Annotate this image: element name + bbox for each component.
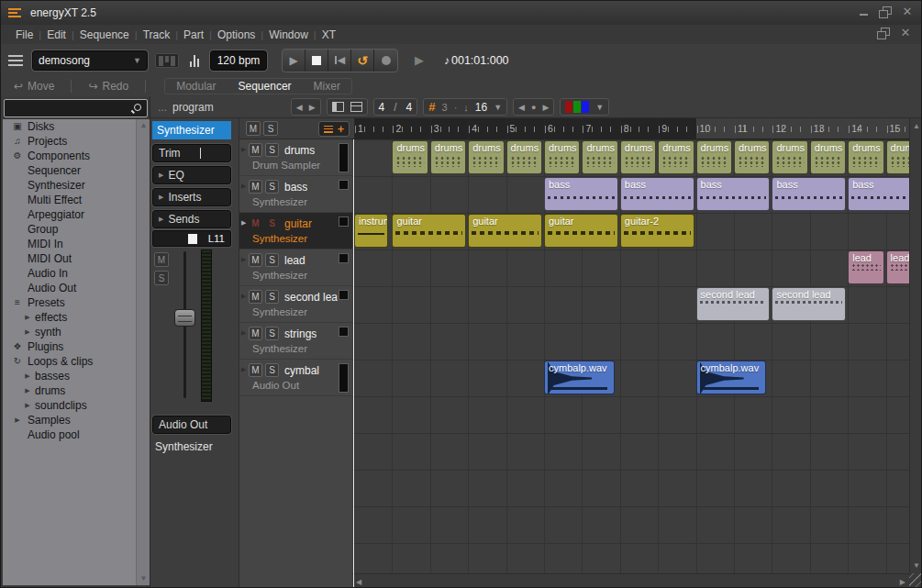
menu-item-file[interactable]: File (10, 28, 39, 41)
clip-drums[interactable]: drums (430, 140, 466, 174)
tree-item-disks[interactable]: ▣Disks (3, 119, 149, 134)
scroll-down-icon[interactable]: ▼ (913, 561, 920, 570)
playhead[interactable] (353, 139, 354, 588)
clip-drums[interactable]: drums (468, 140, 504, 174)
pan-control[interactable]: L11 (152, 230, 231, 247)
output-routing-button[interactable]: Audio Out (152, 416, 231, 434)
tab-modular[interactable]: Modular (165, 80, 227, 93)
tree-item-group[interactable]: Group (3, 222, 149, 237)
menu-item-options[interactable]: Options (212, 28, 261, 41)
clip-drums[interactable]: drums (658, 140, 694, 174)
vertical-scrollbar[interactable]: ▲ ▼ (909, 118, 922, 573)
grid-dot[interactable]: · (454, 102, 458, 113)
expand-arrow-icon[interactable]: ▶ (241, 329, 246, 337)
add-track-button[interactable]: + (318, 121, 350, 137)
tree-item-soundclips[interactable]: ▶soundclips (3, 398, 149, 413)
timeline-ruler[interactable]: 12345678910111213141516 (352, 118, 922, 139)
play-button[interactable]: ▶ (283, 50, 305, 72)
snap-grid-icon[interactable]: # (428, 100, 435, 114)
track-name[interactable]: strings (284, 327, 317, 340)
track-name[interactable]: guitar (284, 217, 312, 230)
grid-arrow-icon[interactable]: ↓ (463, 102, 469, 113)
sends-button[interactable]: ▶Sends (152, 210, 231, 228)
track-row-bass[interactable]: ▶MSbassSynthesizer (239, 176, 352, 213)
track-mute-button[interactable]: M (249, 290, 262, 304)
track-solo-button[interactable]: S (265, 216, 279, 230)
clip-second-lead[interactable]: second lead (772, 287, 846, 321)
search-input[interactable] (4, 99, 148, 117)
locate-next-button[interactable]: ▶ (542, 103, 549, 112)
tree-item-midi-out[interactable]: MIDI Out (3, 251, 149, 266)
tree-item-loops-clips[interactable]: ↻Loops & clips (3, 354, 149, 369)
clip-drums[interactable]: drums (620, 140, 656, 174)
master-mute-button[interactable]: M (246, 121, 261, 136)
level-meter-icon[interactable] (190, 54, 199, 67)
menu-item-edit[interactable]: Edit (41, 28, 72, 41)
clip-drums[interactable]: drums (848, 140, 883, 174)
track-color-picker[interactable]: ▼ (560, 98, 609, 116)
track-mute-button[interactable]: M (249, 363, 262, 377)
browser-scrollbar[interactable]: ▲ ▼ (136, 119, 150, 585)
locate-prev-button[interactable]: ◀ (518, 103, 525, 112)
track-name[interactable]: lead (284, 254, 305, 267)
clip-drums[interactable]: drums (772, 140, 807, 174)
track-row-drums[interactable]: ▶MSdrumsDrum Sampler (239, 139, 352, 176)
tree-item-audio-pool[interactable]: Audio pool (3, 427, 149, 442)
track-mute-button[interactable]: M (249, 327, 262, 340)
clip-lead[interactable]: lead (848, 250, 883, 284)
expand-arrow-icon[interactable]: ▶ (241, 293, 246, 300)
resize-grip[interactable] (909, 573, 922, 588)
clip-bass[interactable]: bass (620, 177, 694, 211)
expand-arrow-icon[interactable]: ▶ (241, 256, 246, 263)
track-solo-button[interactable]: S (265, 143, 279, 157)
track-name[interactable]: second lead (284, 291, 338, 304)
tree-item-basses[interactable]: ▶basses (3, 369, 149, 383)
track-name[interactable]: cymbal (284, 364, 319, 377)
master-solo-button[interactable]: S (263, 121, 278, 136)
track-name[interactable]: drums (284, 144, 315, 157)
channel-name-header[interactable]: Synthesizer (152, 121, 231, 139)
track-solo-button[interactable]: S (265, 327, 279, 340)
clip-bass[interactable]: bass (696, 177, 771, 211)
track-row-second-lead[interactable]: ▶MSsecond leadSynthesizer (239, 286, 352, 323)
clip-guitar[interactable]: guitar (544, 214, 618, 248)
expand-arrow-icon[interactable]: ▶ (241, 219, 246, 227)
prev-program-button[interactable]: ◀ (296, 103, 303, 112)
undo-move-button[interactable]: ↩ Move (8, 80, 60, 93)
scroll-up-icon[interactable]: ▲ (137, 119, 150, 132)
track-mute-button[interactable]: M (249, 143, 262, 157)
menu-item-track[interactable]: Track (138, 28, 176, 41)
tree-item-synthesizer[interactable]: Synthesizer (3, 178, 149, 193)
grid-dropdown-icon[interactable]: ▼ (494, 103, 502, 112)
tree-item-plugins[interactable]: ❖Plugins (3, 339, 149, 354)
trim-field[interactable]: Trim (152, 144, 231, 162)
track-solo-button[interactable]: S (265, 363, 279, 377)
clip-second-lead[interactable]: second lead (696, 287, 771, 321)
tree-item-effects[interactable]: ▶effects (3, 310, 149, 325)
scroll-up-icon[interactable]: ▲ (913, 122, 920, 130)
menu-item-sequence[interactable]: Sequence (74, 28, 135, 41)
arrangement-grid[interactable]: instrumentdrumsdrumsdrumsdrumsdrumsdrums… (352, 139, 922, 573)
tree-item-projects[interactable]: ♫Projects (3, 134, 149, 149)
tree-item-sequencer[interactable]: Sequencer (3, 163, 149, 178)
inserts-button[interactable]: ▶Inserts (152, 188, 231, 206)
tree-item-multi-effect[interactable]: Multi Effect (3, 193, 149, 207)
clip-bass[interactable]: bass (544, 177, 618, 211)
split-panel-toggle-icon[interactable] (350, 102, 362, 112)
tree-item-samples[interactable]: ▶Samples (3, 413, 149, 427)
minimize-icon[interactable] (857, 6, 870, 18)
clip-bass[interactable]: bass (772, 177, 846, 211)
track-row-guitar[interactable]: ▶MSguitarSynthesizer (239, 213, 352, 250)
loop-button[interactable]: ↺ (351, 50, 374, 72)
track-solo-button[interactable]: S (265, 180, 279, 194)
volume-fader-handle[interactable] (174, 309, 195, 327)
tab-mixer[interactable]: Mixer (303, 80, 351, 93)
pan-handle[interactable] (188, 234, 197, 244)
scroll-right-icon[interactable]: ▶ (900, 578, 905, 586)
clip-drums[interactable]: drums (544, 140, 580, 174)
more-button[interactable]: ... (158, 101, 167, 114)
track-mute-button[interactable]: M (249, 253, 262, 267)
track-mute-button[interactable]: M (249, 216, 262, 230)
expand-arrow-icon[interactable]: ▶ (241, 146, 246, 153)
tree-item-audio-out[interactable]: Audio Out (3, 281, 149, 295)
